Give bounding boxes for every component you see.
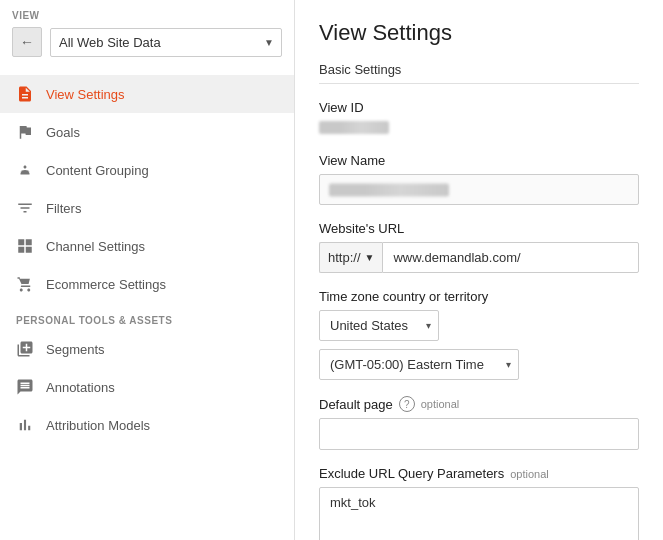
sidebar: VIEW ← All Web Site Data ▼ View Settings xyxy=(0,0,295,540)
country-select[interactable]: United States xyxy=(319,310,439,341)
url-protocol-dropdown[interactable]: http:// ▼ xyxy=(319,242,382,273)
cart-icon xyxy=(16,275,34,293)
url-protocol-arrow-icon: ▼ xyxy=(365,252,375,263)
url-row: http:// ▼ xyxy=(319,242,639,273)
exclude-url-group: Exclude URL Query Parameters optional mk… xyxy=(319,466,639,540)
sidebar-item-ecommerce-settings[interactable]: Ecommerce Settings xyxy=(0,265,294,303)
main-nav: View Settings Goals Content Grouping xyxy=(0,75,294,540)
website-url-group: Website's URL http:// ▼ xyxy=(319,221,639,273)
view-id-label: View ID xyxy=(319,100,639,115)
view-select[interactable]: All Web Site Data xyxy=(50,28,282,57)
website-url-label: Website's URL xyxy=(319,221,639,236)
timezone-group: Time zone country or territory United St… xyxy=(319,289,639,380)
sidebar-item-attribution-models[interactable]: Attribution Models xyxy=(0,406,294,444)
sidebar-item-filters[interactable]: Filters xyxy=(0,189,294,227)
url-input[interactable] xyxy=(382,242,639,273)
sidebar-top: VIEW ← All Web Site Data ▼ xyxy=(0,0,294,75)
segments-icon xyxy=(16,340,34,358)
view-id-value xyxy=(319,121,389,134)
sidebar-item-label-annotations: Annotations xyxy=(46,380,115,395)
page-title: View Settings xyxy=(319,20,639,46)
sidebar-item-label-view-settings: View Settings xyxy=(46,87,125,102)
view-select-wrapper: All Web Site Data ▼ xyxy=(50,28,282,57)
default-page-optional: optional xyxy=(421,398,460,410)
grid-icon xyxy=(16,237,34,255)
view-name-group: View Name xyxy=(319,153,639,205)
sidebar-item-label-ecommerce-settings: Ecommerce Settings xyxy=(46,277,166,292)
back-button-row: ← All Web Site Data ▼ xyxy=(12,27,282,57)
timezone-select[interactable]: (GMT-05:00) Eastern Time xyxy=(319,349,519,380)
exclude-optional: optional xyxy=(510,468,549,480)
view-name-blurred xyxy=(329,183,449,196)
url-protocol-text: http:// xyxy=(328,250,361,265)
timezone-label: Time zone country or territory xyxy=(319,289,639,304)
bar-chart-icon xyxy=(16,416,34,434)
timezone-dropdown-wrapper: (GMT-05:00) Eastern Time xyxy=(319,349,519,380)
view-section-label: VIEW xyxy=(12,10,282,21)
view-id-group: View ID xyxy=(319,100,639,137)
timezone-row: United States (GMT-05:00) Eastern Time xyxy=(319,310,639,380)
sidebar-item-content-grouping[interactable]: Content Grouping xyxy=(0,151,294,189)
default-page-help-icon[interactable]: ? xyxy=(399,396,415,412)
sidebar-item-label-content-grouping: Content Grouping xyxy=(46,163,149,178)
flag-icon xyxy=(16,123,34,141)
sidebar-item-label-segments: Segments xyxy=(46,342,105,357)
default-page-group: Default page ? optional xyxy=(319,396,639,450)
exclude-url-input[interactable]: mkt_tok xyxy=(319,487,639,540)
default-page-input[interactable] xyxy=(319,418,639,450)
sidebar-item-label-attribution-models: Attribution Models xyxy=(46,418,150,433)
filter-icon xyxy=(16,199,34,217)
personal-section-label: PERSONAL TOOLS & ASSETS xyxy=(0,303,294,330)
annotations-icon xyxy=(16,378,34,396)
exclude-url-label: Exclude URL Query Parameters optional xyxy=(319,466,639,481)
sidebar-item-channel-settings[interactable]: Channel Settings xyxy=(0,227,294,265)
main-content: View Settings Basic Settings View ID Vie… xyxy=(295,0,663,540)
country-dropdown-wrapper: United States xyxy=(319,310,439,341)
sidebar-item-goals[interactable]: Goals xyxy=(0,113,294,151)
sidebar-item-label-goals: Goals xyxy=(46,125,80,140)
basic-settings-section: Basic Settings xyxy=(319,62,639,84)
sidebar-item-annotations[interactable]: Annotations xyxy=(0,368,294,406)
document-icon xyxy=(16,85,34,103)
sidebar-item-label-channel-settings: Channel Settings xyxy=(46,239,145,254)
sidebar-item-view-settings[interactable]: View Settings xyxy=(0,75,294,113)
sidebar-item-label-filters: Filters xyxy=(46,201,81,216)
default-page-label: Default page ? optional xyxy=(319,396,639,412)
sidebar-item-segments[interactable]: Segments xyxy=(0,330,294,368)
view-name-label: View Name xyxy=(319,153,639,168)
person-icon xyxy=(16,161,34,179)
back-button[interactable]: ← xyxy=(12,27,42,57)
